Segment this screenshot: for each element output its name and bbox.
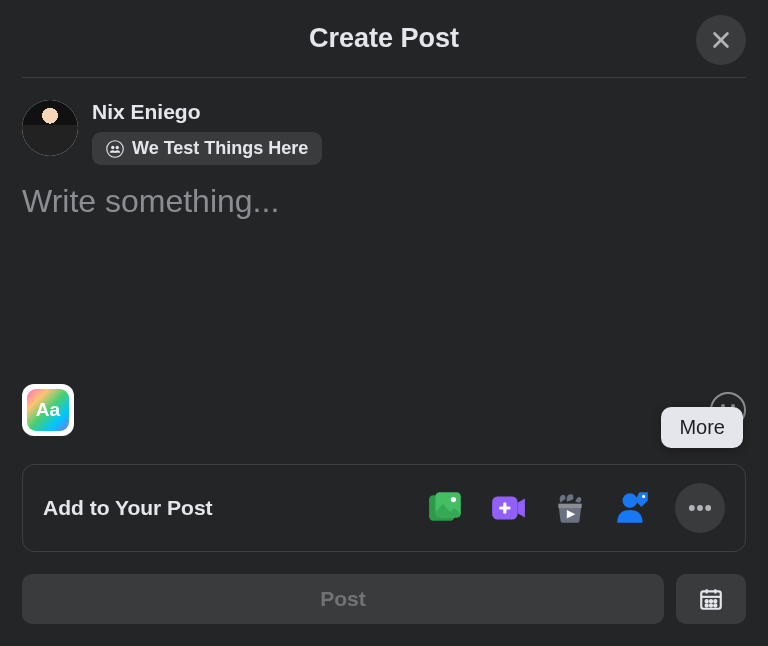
photo-video-button[interactable] [427, 489, 465, 527]
svg-point-20 [706, 600, 708, 602]
modal-footer: Post [0, 552, 768, 646]
svg-point-4 [116, 145, 119, 148]
svg-point-21 [710, 600, 712, 602]
close-button[interactable] [696, 15, 746, 65]
post-button[interactable]: Post [22, 574, 664, 624]
compose-area[interactable]: Write something... Aa [0, 175, 768, 436]
svg-point-23 [706, 604, 708, 606]
audience-selector[interactable]: We Test Things Here [92, 132, 322, 165]
add-to-post-label: Add to Your Post [43, 496, 213, 520]
avatar-image [22, 100, 78, 156]
compose-placeholder: Write something... [22, 183, 746, 220]
close-icon [710, 29, 732, 51]
watch-party-icon [551, 489, 589, 527]
modal-header: Create Post [22, 0, 746, 78]
avatar[interactable] [22, 100, 78, 156]
add-to-post-bar: More Add to Your Post [22, 464, 746, 552]
post-button-label: Post [320, 587, 366, 611]
audience-label: We Test Things Here [132, 138, 308, 159]
schedule-button[interactable] [676, 574, 746, 624]
svg-point-24 [710, 604, 712, 606]
tag-people-button[interactable] [613, 489, 651, 527]
watch-party-button[interactable] [551, 489, 589, 527]
background-picker-icon: Aa [27, 389, 69, 431]
more-tooltip: More [661, 407, 743, 448]
svg-point-7 [451, 497, 456, 502]
live-video-button[interactable] [489, 489, 527, 527]
svg-point-25 [714, 604, 716, 606]
svg-point-14 [697, 505, 703, 511]
svg-point-22 [714, 600, 716, 602]
group-icon [106, 140, 124, 158]
svg-point-15 [705, 505, 711, 511]
user-row: Nix Eniego We Test Things Here [0, 78, 768, 175]
user-info: Nix Eniego We Test Things Here [92, 100, 322, 165]
user-name: Nix Eniego [92, 100, 322, 124]
svg-point-11 [623, 493, 638, 508]
tag-people-icon [613, 489, 651, 527]
create-post-modal: Create Post Nix Eniego We Test Thin [0, 0, 768, 646]
background-picker-button[interactable]: Aa [22, 384, 74, 436]
svg-point-12 [642, 495, 645, 498]
svg-point-3 [111, 145, 114, 148]
modal-title: Create Post [309, 23, 459, 54]
live-video-icon [489, 489, 527, 527]
more-icon [686, 494, 714, 522]
svg-point-2 [107, 140, 124, 157]
svg-point-13 [689, 505, 695, 511]
compose-toolbar: Aa [22, 384, 746, 436]
more-button[interactable] [675, 483, 725, 533]
tool-icons [427, 483, 725, 533]
photo-icon [427, 489, 465, 527]
schedule-icon [698, 586, 724, 612]
